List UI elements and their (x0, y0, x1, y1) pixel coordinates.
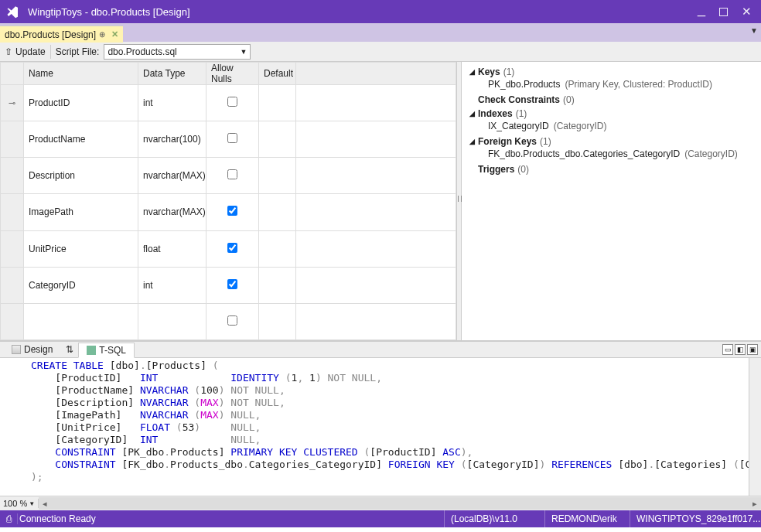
cell-name[interactable]: ProductID (24, 85, 138, 121)
cell-allow-nulls[interactable] (206, 230, 259, 267)
connection-icon: ⎙ (0, 513, 17, 524)
cell-allow-nulls[interactable] (206, 158, 259, 194)
cell-default[interactable] (259, 194, 296, 230)
tab-dropdown-icon[interactable]: ▼ (750, 26, 758, 35)
chevron-down-icon: ▼ (29, 500, 35, 507)
col-header-default[interactable]: Default (259, 63, 296, 85)
allow-nulls-checkbox[interactable] (227, 133, 237, 143)
table-row[interactable]: ImagePath nvarchar(MAX) (1, 194, 456, 230)
minimize-button[interactable]: _ (698, 1, 705, 17)
cell-default[interactable] (259, 230, 296, 267)
cell-allow-nulls[interactable] (206, 121, 259, 158)
scroll-left-icon[interactable]: ◂ (39, 499, 51, 509)
cell-extra (296, 121, 456, 158)
scroll-right-icon[interactable]: ▸ (749, 499, 761, 509)
maximize-button[interactable] (719, 8, 728, 16)
check-constraints-header[interactable]: ◢Check Constraints (0) (469, 94, 753, 105)
cell-default[interactable] (259, 267, 296, 303)
window-title: WingtipToys - dbo.Products [Design] (28, 6, 698, 18)
cell-extra (296, 85, 456, 121)
cell-type[interactable]: nvarchar(100) (138, 121, 206, 158)
row-header[interactable] (1, 230, 24, 267)
row-header[interactable] (1, 121, 24, 158)
keys-section-header[interactable]: ◢Keys (1) (469, 66, 753, 77)
expand-pane-icon[interactable]: ▣ (747, 344, 758, 355)
index-item[interactable]: IX_CategoryID(CategoryID) (469, 119, 753, 133)
vertical-splitter[interactable] (457, 62, 462, 340)
cell-name[interactable]: ImagePath (24, 194, 138, 230)
sql-text[interactable]: CREATE TABLE [dbo].[Products] ( [Product… (0, 358, 761, 485)
cell-name[interactable]: UnitPrice (24, 230, 138, 267)
col-header-nulls[interactable]: Allow Nulls (206, 63, 259, 85)
foreign-key-item[interactable]: FK_dbo.Products_dbo.Categories_CategoryI… (469, 147, 753, 161)
cell-name[interactable]: ProductName (24, 121, 138, 158)
zoom-bar: 100 %▼ ◂ ▸ (0, 496, 761, 510)
allow-nulls-checkbox[interactable] (227, 97, 237, 107)
foreign-keys-header[interactable]: ◢Foreign Keys (1) (469, 136, 753, 147)
table-row[interactable]: ⊸ ProductID int (1, 85, 456, 121)
status-user: REDMOND\erik (544, 510, 630, 527)
row-header[interactable] (1, 194, 24, 230)
vertical-scrollbar[interactable] (749, 358, 761, 496)
cell-allow-nulls[interactable] (206, 194, 259, 230)
table-row[interactable]: UnitPrice float (1, 230, 456, 267)
split-vertical-icon[interactable]: ◧ (735, 344, 746, 355)
scroll-track[interactable] (51, 497, 749, 510)
close-button[interactable]: ✕ (742, 5, 752, 19)
cell-default[interactable] (259, 85, 296, 121)
update-button[interactable]: ⇧ Update (5, 46, 46, 57)
cell-default[interactable] (259, 121, 296, 158)
allow-nulls-checkbox[interactable] (227, 169, 237, 179)
cell-type[interactable]: nvarchar(MAX) (138, 194, 206, 230)
indexes-header[interactable]: ◢Indexes (1) (469, 108, 753, 119)
swap-tabs-button[interactable]: ⇅ (61, 344, 78, 355)
row-header[interactable] (1, 158, 24, 194)
cell-name[interactable]: Description (24, 158, 138, 194)
tsql-tab-icon (87, 346, 96, 355)
row-header[interactable] (1, 303, 24, 339)
row-header[interactable] (1, 267, 24, 303)
cell-default[interactable] (259, 158, 296, 194)
col-header-extra (296, 63, 456, 85)
cell-extra (296, 230, 456, 267)
cell-type[interactable]: nvarchar(MAX) (138, 158, 206, 194)
table-row[interactable]: ProductName nvarchar(100) (1, 121, 456, 158)
cell-allow-nulls[interactable] (206, 85, 259, 121)
zoom-dropdown[interactable]: 100 %▼ (0, 499, 39, 508)
script-file-dropdown[interactable]: dbo.Products.sql ▼ (104, 44, 251, 60)
row-header[interactable]: ⊸ (1, 85, 24, 121)
horizontal-scrollbar[interactable]: ◂ ▸ (39, 497, 761, 510)
designer-toolbar: ⇧ Update Script File: dbo.Products.sql ▼ (0, 42, 761, 62)
tsql-tab[interactable]: T-SQL (78, 343, 135, 358)
design-tab[interactable]: Design (3, 342, 61, 357)
script-file-value: dbo.Products.sql (107, 46, 176, 57)
result-tabs: Design ⇅ T-SQL ▭ ◧ ▣ (0, 341, 761, 358)
cell-type[interactable]: float (138, 230, 206, 267)
cell-allow-nulls[interactable] (206, 267, 259, 303)
columns-grid[interactable]: Name Data Type Allow Nulls Default ⊸ Pro… (0, 62, 456, 340)
allow-nulls-checkbox[interactable] (227, 206, 237, 216)
allow-nulls-checkbox[interactable] (227, 279, 237, 289)
expand-icon: ◢ (469, 68, 475, 76)
cell-type[interactable]: int (138, 267, 206, 303)
tab-close-icon[interactable]: ✕ (111, 29, 118, 39)
table-row[interactable]: CategoryID int (1, 267, 456, 303)
table-row[interactable]: Description nvarchar(MAX) (1, 158, 456, 194)
design-tab-icon (12, 345, 21, 354)
document-tab-well: dbo.Products [Design] ⊕ ✕ ▼ (0, 23, 761, 42)
key-item[interactable]: PK_dbo.Products(Primary Key, Clustered: … (469, 77, 753, 91)
table-properties-pane: ◢Keys (1) PK_dbo.Products(Primary Key, C… (462, 62, 761, 340)
new-row[interactable] (1, 303, 456, 339)
col-header-name[interactable]: Name (24, 63, 138, 85)
allow-nulls-checkbox[interactable] (227, 315, 237, 326)
cell-type[interactable]: int (138, 85, 206, 121)
triggers-header[interactable]: ◢Triggers (0) (469, 164, 753, 175)
sql-editor[interactable]: ▾ CREATE TABLE [dbo].[Products] ( [Produ… (0, 358, 761, 496)
allow-nulls-checkbox[interactable] (227, 243, 237, 253)
cell-name[interactable]: CategoryID (24, 267, 138, 303)
pin-icon[interactable]: ⊕ (99, 30, 105, 39)
status-database: WINGTIPTOYS_829e1ff017... (630, 510, 761, 527)
col-header-type[interactable]: Data Type (138, 63, 206, 85)
document-tab[interactable]: dbo.Products [Design] ⊕ ✕ (0, 26, 123, 43)
split-horizontal-icon[interactable]: ▭ (722, 344, 733, 355)
